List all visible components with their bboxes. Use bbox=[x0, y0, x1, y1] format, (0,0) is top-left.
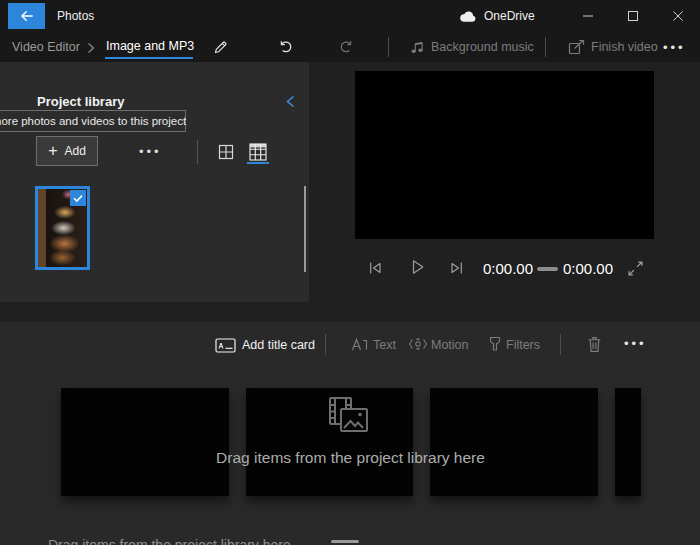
motion-tool-button[interactable]: Motion bbox=[431, 338, 469, 352]
total-time: 0:00.00 bbox=[563, 260, 613, 277]
arrow-left-icon bbox=[19, 8, 35, 24]
divider bbox=[560, 334, 561, 355]
grid-large-view-icon[interactable] bbox=[218, 144, 234, 160]
clipped-bottom-text: Drag items from the project library here bbox=[48, 537, 291, 545]
storyboard-empty-message: Drag items from the project library here bbox=[183, 449, 518, 467]
project-library-title: Project library bbox=[37, 94, 124, 109]
trash-icon[interactable] bbox=[587, 336, 602, 353]
divider bbox=[325, 334, 326, 355]
app-title: Photos bbox=[57, 9, 94, 23]
add-title-card-icon bbox=[215, 338, 236, 353]
breadcrumb-video-editor[interactable]: Video Editor bbox=[12, 40, 80, 54]
filters-tool-button[interactable]: Filters bbox=[506, 338, 540, 352]
background-music-button[interactable]: Background music bbox=[431, 40, 534, 54]
project-title-underline bbox=[105, 57, 193, 59]
library-more-button[interactable]: ••• bbox=[139, 144, 162, 159]
seek-slider[interactable] bbox=[537, 267, 558, 271]
storyboard-slot[interactable] bbox=[61, 388, 229, 496]
film-and-photo-icon bbox=[325, 396, 371, 438]
close-button[interactable] bbox=[656, 0, 700, 32]
project-title[interactable]: Image and MP3 bbox=[106, 39, 194, 53]
divider bbox=[545, 37, 546, 57]
undo-icon[interactable] bbox=[278, 39, 294, 55]
minimize-button[interactable] bbox=[566, 0, 610, 32]
add-title-card-button[interactable]: Add title card bbox=[242, 338, 315, 352]
music-note-icon bbox=[410, 40, 424, 54]
storyboard-slot[interactable] bbox=[430, 388, 598, 496]
checkmark-icon bbox=[72, 192, 84, 204]
filters-tool-icon bbox=[488, 336, 502, 352]
text-tool-icon bbox=[351, 337, 368, 353]
add-tooltip: more photos and videos to this project bbox=[0, 110, 186, 132]
minimize-icon bbox=[583, 11, 593, 21]
text-tool-button[interactable]: Text bbox=[373, 338, 396, 352]
grid-details-view-icon[interactable] bbox=[249, 143, 267, 161]
finish-video-icon bbox=[568, 39, 586, 55]
library-item-thumbnail[interactable] bbox=[35, 186, 90, 270]
divider bbox=[197, 140, 198, 164]
plus-icon: + bbox=[48, 144, 57, 158]
redo-icon[interactable] bbox=[338, 39, 354, 55]
add-button-label: Add bbox=[64, 144, 85, 158]
maximize-button[interactable] bbox=[611, 0, 655, 32]
storyboard-more-button[interactable]: ••• bbox=[624, 336, 647, 351]
clipped-bottom-slider bbox=[331, 540, 359, 543]
breadcrumb-chevron-icon bbox=[87, 42, 95, 54]
selected-checkbox[interactable] bbox=[70, 190, 86, 206]
library-scrollbar[interactable] bbox=[304, 186, 306, 272]
maximize-icon bbox=[628, 11, 638, 21]
cloud-icon bbox=[459, 9, 478, 23]
onedrive-status[interactable]: OneDrive bbox=[459, 7, 535, 25]
finish-video-button[interactable]: Finish video bbox=[591, 40, 658, 54]
fullscreen-icon[interactable] bbox=[628, 261, 643, 276]
previous-frame-button[interactable] bbox=[368, 261, 383, 275]
add-button[interactable]: + Add bbox=[36, 136, 98, 166]
play-button[interactable] bbox=[411, 259, 425, 275]
more-options-button[interactable]: ••• bbox=[663, 40, 686, 55]
divider bbox=[388, 37, 389, 57]
back-button[interactable] bbox=[8, 3, 45, 29]
close-icon bbox=[673, 11, 683, 21]
video-preview-canvas bbox=[355, 71, 654, 239]
current-time: 0:00.00 bbox=[483, 260, 533, 277]
onedrive-label: OneDrive bbox=[484, 9, 535, 23]
next-frame-button[interactable] bbox=[449, 261, 464, 275]
rename-pencil-icon[interactable] bbox=[213, 40, 228, 55]
grid-view-selected-underline bbox=[247, 162, 269, 164]
photos-video-editor-window: Photos OneDrive Video Editor Image and M… bbox=[0, 0, 700, 545]
add-tooltip-text: more photos and videos to this project bbox=[0, 115, 186, 127]
motion-tool-icon bbox=[408, 337, 428, 351]
storyboard-slot[interactable] bbox=[615, 388, 641, 496]
collapse-panel-chevron-icon[interactable] bbox=[285, 95, 296, 108]
